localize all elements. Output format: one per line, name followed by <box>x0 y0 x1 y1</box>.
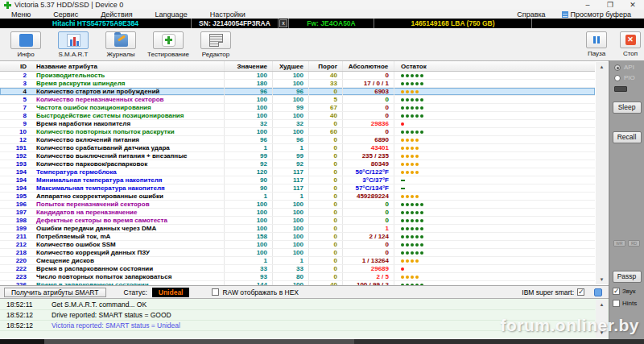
column-header[interactable]: Значение <box>224 61 272 71</box>
column-header[interactable]: Худшее <box>272 61 308 71</box>
log-scroll-up-icon[interactable]: ▲ <box>596 300 608 309</box>
editor-button[interactable] <box>200 31 231 49</box>
ibm-color-swatch[interactable] <box>594 288 602 296</box>
table-row[interactable]: 5Количество переназначенных секторов1001… <box>0 96 595 104</box>
health-dot-icon <box>420 211 423 214</box>
hints-checkbox[interactable] <box>613 300 620 307</box>
get-smart-attributes-button[interactable]: Получить атрибуты SMART <box>4 288 106 297</box>
api-label: API <box>624 64 634 71</box>
attr-worst: 117 <box>272 184 308 192</box>
attr-raw-value: 0 <box>342 241 394 248</box>
health-dot-icon <box>401 227 404 230</box>
health-dot-icon <box>415 131 419 134</box>
table-row[interactable]: 223Число повторных попыток запарковаться… <box>0 273 595 281</box>
scroll-up-icon[interactable]: ▲ <box>596 62 608 72</box>
table-row[interactable]: 7Частота ошибок позиционирования10099670 <box>0 104 595 112</box>
maximize-button[interactable]: ❐ <box>599 0 621 10</box>
column-header[interactable]: Остаток <box>394 61 595 71</box>
table-row[interactable]: 9Время наработки накопителя3232029836 <box>0 120 595 128</box>
recall-button[interactable]: Recall <box>613 131 642 143</box>
health-dot-icon <box>411 251 414 255</box>
minimize-button[interactable]: – <box>576 0 599 10</box>
sleep-button[interactable]: Sleep <box>613 102 642 114</box>
table-scrollbar[interactable]: ▲ ▼ <box>596 62 608 284</box>
table-row[interactable]: 212Количество ошибок SSM10010000 <box>0 241 595 249</box>
column-header[interactable]: ID <box>0 63 31 70</box>
ibm-super-smart-checkbox[interactable] <box>577 288 584 296</box>
table-row[interactable]: 196Попыток переназначений секторов100100… <box>0 201 595 209</box>
health-dot-icon <box>406 276 409 279</box>
serial-hide-button[interactable]: x <box>279 19 289 28</box>
table-row[interactable]: 193Количество парковок/распарковок929208… <box>0 160 595 168</box>
api-radio[interactable] <box>614 64 621 71</box>
log-entry[interactable]: 18:52:12Drive reported: SMART status = G… <box>0 310 595 321</box>
menu-item[interactable]: Language <box>144 10 199 19</box>
table-row[interactable]: 194Максимальная температура накопителя90… <box>0 184 595 193</box>
table-row[interactable]: 192Количество выключений питания + внеза… <box>0 152 595 160</box>
log-text: Drive reported: SMART status = GOOD <box>42 311 171 319</box>
column-header[interactable]: Название атрибута <box>31 63 224 70</box>
table-row[interactable]: 4Количество стартов или пробуждений96960… <box>0 88 595 96</box>
scroll-down-icon[interactable]: ▼ <box>596 275 608 284</box>
menu-item[interactable]: Меню <box>0 10 42 19</box>
column-header[interactable]: Порог <box>308 61 342 71</box>
rd-button[interactable]: RD <box>628 240 640 247</box>
health-dot-icon <box>415 171 419 174</box>
table-row[interactable]: 194Минимальная температура накопителя901… <box>0 176 595 184</box>
health-dot-icon <box>411 114 414 118</box>
wr-button[interactable]: WR <box>613 240 625 247</box>
attr-id: 195 <box>0 193 31 200</box>
info-button[interactable] <box>10 31 41 49</box>
table-row[interactable]: 3Время раскрутки шпинделя1801003317 / 0 … <box>0 80 595 88</box>
smart-button[interactable] <box>58 31 89 49</box>
menu-item[interactable]: Настройки <box>199 10 257 19</box>
journals-button[interactable] <box>105 31 136 49</box>
table-row[interactable]: 194Температура гермоблока120117050°C/122… <box>0 168 595 176</box>
log-entry[interactable]: 18:52:12Victoria reported: SMART status … <box>0 321 595 331</box>
table-row[interactable]: 211Потребляемый ток, mA15810002 / 124 <box>0 233 595 241</box>
table-row[interactable]: 220Смещение дисков1101 / 13264 <box>0 257 595 265</box>
sound-checkbox[interactable] <box>613 288 620 295</box>
log-scroll-down-icon[interactable]: ▼ <box>596 328 608 338</box>
log-entry[interactable]: 18:52:11Get S.M.A.R.T. command... OK <box>0 300 595 310</box>
table-row[interactable]: 195Аппаратно скорректированные ошибки110… <box>0 193 595 201</box>
column-header[interactable]: Абсолютное <box>342 61 394 71</box>
menu-item[interactable]: Действия <box>89 10 143 19</box>
table-row[interactable]: 218Количество коррекций данных ПЗУ100100… <box>0 249 595 257</box>
stop-button[interactable]: ✕ <box>620 31 641 48</box>
attr-worst: 1 <box>272 257 308 264</box>
attr-health-dots <box>394 88 595 95</box>
table-row[interactable]: 191Количество срабатываний датчика удара… <box>0 144 595 152</box>
attr-name: Количество включений питания <box>31 136 224 143</box>
health-dot-icon <box>415 147 419 150</box>
table-row[interactable]: 198Дефектные секторы во время самотеста1… <box>0 217 595 225</box>
testing-button[interactable] <box>153 31 184 49</box>
toolbar-label: Инфо <box>17 51 34 58</box>
table-row[interactable]: 10Количество повторных попыток раскрутки… <box>0 128 595 136</box>
health-dot-icon <box>415 235 419 238</box>
menu-item[interactable]: Справка <box>509 10 553 19</box>
raw-hex-checkbox[interactable] <box>212 288 219 296</box>
attr-id: 12 <box>0 136 31 143</box>
table-row[interactable]: 8Быстродействие системы позиционирования… <box>0 112 595 120</box>
close-button[interactable]: ✕ <box>621 0 644 10</box>
attr-threshold: 0 <box>308 120 342 127</box>
table-row[interactable]: 197Кандидатов на переназначение10010000 <box>0 209 595 217</box>
health-dot-icon <box>415 203 419 206</box>
table-row[interactable]: 12Количество включений питания969606890 <box>0 136 595 144</box>
health-dot-icon <box>401 276 404 279</box>
smart-icon <box>67 34 80 47</box>
table-row[interactable]: 222Время в распаркованном состоянии33330… <box>0 265 595 273</box>
passp-button[interactable]: Passp <box>613 271 642 283</box>
menu-item[interactable]: Сервис <box>42 10 89 19</box>
attr-name: Быстродействие системы позиционирования <box>31 112 224 119</box>
table-row[interactable]: 2Производительность100100400 <box>0 72 595 80</box>
menu-item[interactable]: Просмотр буфера <box>554 10 639 19</box>
health-dot-icon <box>401 211 404 214</box>
pause-button[interactable] <box>586 31 607 48</box>
log-scrollbar[interactable]: ▲ ▼ <box>596 300 608 338</box>
table-row[interactable]: 199Ошибки передачи данных через DMA10010… <box>0 225 595 233</box>
pio-radio[interactable] <box>614 75 621 81</box>
attr-health-dots <box>394 265 595 272</box>
attr-worst: 100 <box>272 217 308 224</box>
